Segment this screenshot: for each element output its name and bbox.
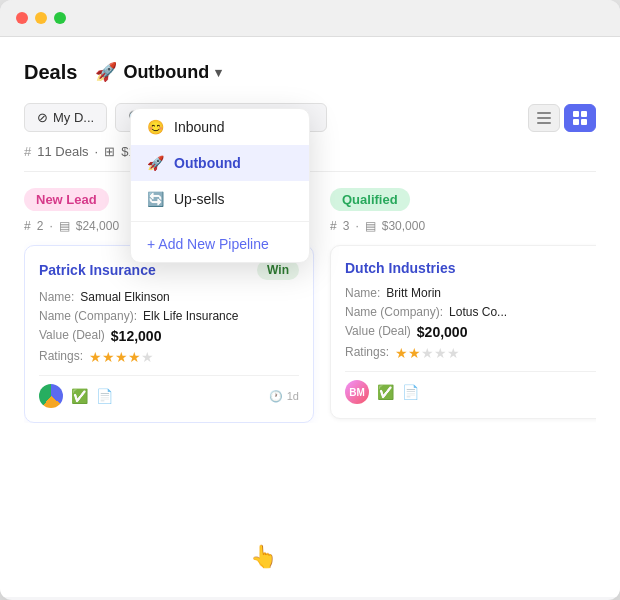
company-label-1: Name (Company): xyxy=(39,309,137,323)
main-content: Deals 🚀 Outbound ▾ ⊘ My D... 🔍 Sear... xyxy=(0,37,620,597)
card-value-row-1: Value (Deal) $12,000 xyxy=(39,328,299,344)
add-pipeline-label: + Add New Pipeline xyxy=(147,236,269,252)
check-icon[interactable]: ✅ xyxy=(71,388,88,404)
filter-button[interactable]: ⊘ My D... xyxy=(24,103,107,132)
company-value-1: Elk Life Insurance xyxy=(143,309,238,323)
pipeline-dropdown-button[interactable]: 🚀 Outbound ▾ xyxy=(87,57,230,87)
dot-separator: · xyxy=(95,144,99,159)
inbound-emoji: 😊 xyxy=(147,119,164,135)
list-icon xyxy=(537,111,551,125)
company-value-2: Lotus Co... xyxy=(449,305,507,319)
deals-count: 11 Deals xyxy=(37,144,88,159)
pie-chart-icon xyxy=(39,384,63,408)
col1-count: 2 xyxy=(37,219,44,233)
page-title: Deals xyxy=(24,61,77,84)
svg-rect-2 xyxy=(537,122,551,124)
hash-icon-col1: # xyxy=(24,219,31,233)
cursor: 👆 xyxy=(250,544,277,570)
avatar-2: BM xyxy=(345,380,369,404)
name-value-2: Britt Morin xyxy=(386,286,441,300)
card-value-row-2: Value (Deal) $20,000 xyxy=(345,324,596,340)
pipeline-label: Outbound xyxy=(123,62,209,83)
outbound-label: Outbound xyxy=(174,155,241,171)
maximize-dot[interactable] xyxy=(54,12,66,24)
value-label-1: Value (Deal) xyxy=(39,328,105,344)
time-value-1: 1d xyxy=(287,390,299,402)
grid-small-icon: ⊞ xyxy=(104,144,115,159)
filter-icon: ⊘ xyxy=(37,110,48,125)
value-money-1: $12,000 xyxy=(111,328,162,344)
ratings-row-1: Ratings: ★★★★★ xyxy=(39,349,299,365)
upsells-emoji: 🔄 xyxy=(147,191,164,207)
col2-icon: ▤ xyxy=(365,219,376,233)
stars-1: ★★★★★ xyxy=(89,349,154,365)
hash-icon: # xyxy=(24,144,31,159)
dropdown-item-outbound[interactable]: 🚀 Outbound xyxy=(131,145,309,181)
svg-rect-1 xyxy=(537,117,551,119)
kanban-board: New Lead + ⋮⋮ # 2 · ▤ $24,000 Patric xyxy=(24,188,596,423)
hash-icon-col2: # xyxy=(330,219,337,233)
list-view-button[interactable] xyxy=(528,104,560,132)
name-label-2: Name: xyxy=(345,286,380,300)
svg-rect-3 xyxy=(573,111,579,117)
card-company-2: Dutch Industries xyxy=(345,260,455,276)
filter-label: My D... xyxy=(53,110,94,125)
card-footer-2: BM ✅ 📄 xyxy=(345,371,596,404)
inbound-label: Inbound xyxy=(174,119,225,135)
card-company-row-2: Name (Company): Lotus Co... xyxy=(345,305,596,319)
add-pipeline-button[interactable]: + Add New Pipeline xyxy=(131,226,309,262)
col2-value: $30,000 xyxy=(382,219,425,233)
card-company-1: Patrick Insurance xyxy=(39,262,156,278)
col1-value: $24,000 xyxy=(76,219,119,233)
grid-view-button[interactable] xyxy=(564,104,596,132)
ratings-row-2: Ratings: ★★★★★ xyxy=(345,345,596,361)
dropdown-item-inbound[interactable]: 😊 Inbound xyxy=(131,109,309,145)
value-money-2: $20,000 xyxy=(417,324,468,340)
col2-count: 3 xyxy=(343,219,350,233)
grid-icon xyxy=(573,111,587,125)
name-value-1: Samual Elkinson xyxy=(80,290,169,304)
title-bar xyxy=(0,0,620,37)
pipeline-emoji: 🚀 xyxy=(95,61,117,83)
clock-icon: 🕐 xyxy=(269,390,283,403)
ratings-label-1: Ratings: xyxy=(39,349,83,365)
pipeline-dropdown: 😊 Inbound 🚀 Outbound 🔄 Up-sells + Add Ne… xyxy=(130,108,310,263)
name-label-1: Name: xyxy=(39,290,74,304)
card-header-1: Patrick Insurance Win xyxy=(39,260,299,280)
upsells-label: Up-sells xyxy=(174,191,225,207)
header-row: Deals 🚀 Outbound ▾ xyxy=(24,57,596,87)
value-label-2: Value (Deal) xyxy=(345,324,411,340)
ratings-label-2: Ratings: xyxy=(345,345,389,361)
dropdown-item-upsells[interactable]: 🔄 Up-sells xyxy=(131,181,309,217)
svg-rect-0 xyxy=(537,112,551,114)
card-patrick-insurance: Patrick Insurance Win Name: Samual Elkin… xyxy=(24,245,314,423)
card-header-2: Dutch Industries xyxy=(345,260,596,276)
chevron-down-icon: ▾ xyxy=(215,65,222,80)
close-dot[interactable] xyxy=(16,12,28,24)
view-toggle xyxy=(528,104,596,132)
column-qualified: Qualified # 3 · ▤ $30,000 Dutch Industri… xyxy=(330,188,596,423)
col1-icon: ▤ xyxy=(59,219,70,233)
card-time-1: 🕐 1d xyxy=(269,390,299,403)
file-icon-2[interactable]: 📄 xyxy=(402,384,419,400)
stats-row: # 11 Deals · ⊞ $1,12,000 xyxy=(24,144,596,172)
col-badge-qualified: Qualified xyxy=(330,188,410,211)
svg-rect-4 xyxy=(581,111,587,117)
win-badge-1: Win xyxy=(257,260,299,280)
dropdown-divider xyxy=(131,221,309,222)
toolbar-row: ⊘ My D... 🔍 Sear... xyxy=(24,103,596,132)
svg-rect-6 xyxy=(581,119,587,125)
file-icon[interactable]: 📄 xyxy=(96,388,113,404)
company-label-2: Name (Company): xyxy=(345,305,443,319)
minimize-dot[interactable] xyxy=(35,12,47,24)
check-icon-2[interactable]: ✅ xyxy=(377,384,394,400)
stars-2: ★★★★★ xyxy=(395,345,460,361)
svg-rect-5 xyxy=(573,119,579,125)
app-window: Deals 🚀 Outbound ▾ ⊘ My D... 🔍 Sear... xyxy=(0,0,620,600)
outbound-emoji: 🚀 xyxy=(147,155,164,171)
card-footer-1: ✅ 📄 🕐 1d xyxy=(39,375,299,408)
card-name-row-1: Name: Samual Elkinson xyxy=(39,290,299,304)
card-dutch-industries: Dutch Industries Name: Britt Morin Name … xyxy=(330,245,596,419)
col-meta-qualified: # 3 · ▤ $30,000 xyxy=(330,219,596,233)
card-company-row-1: Name (Company): Elk Life Insurance xyxy=(39,309,299,323)
